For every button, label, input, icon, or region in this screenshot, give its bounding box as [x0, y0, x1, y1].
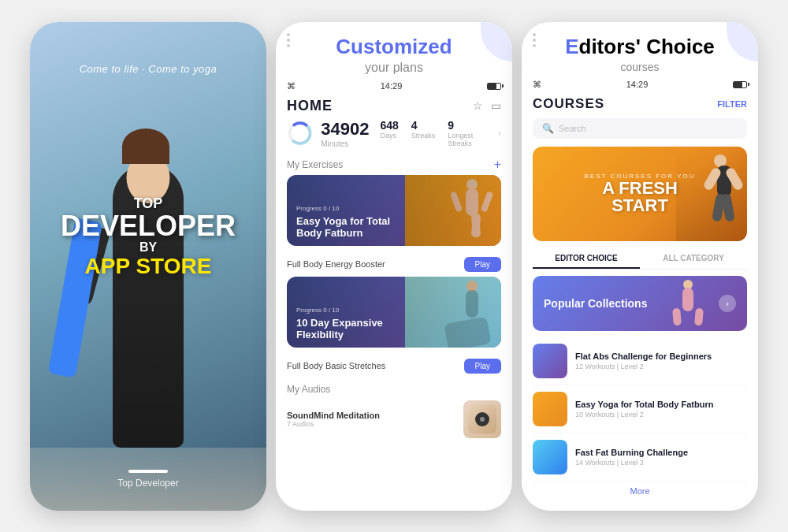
phone2-dots	[287, 33, 290, 47]
badge-appstore: APP STORE	[46, 255, 251, 279]
battery-fill	[734, 82, 742, 87]
course-info-3: Fast Fat Burning Challenge 14 Workouts |…	[575, 448, 688, 467]
course-name-2: Easy Yoga for Total Body Fatburn	[575, 400, 713, 409]
dot1	[533, 33, 536, 36]
phone3-status-bar: ⌘ 14:29	[522, 73, 758, 93]
minutes-number: 34902	[321, 119, 369, 140]
exercise-card-1-overlay: Progress 0 / 10 Easy Yoga for Total Body…	[287, 175, 501, 246]
popular-arrow-icon[interactable]: ›	[719, 295, 736, 312]
my-exercises-label: My Exercises	[287, 159, 343, 170]
audio-row: SoundMind Meditation 7 Audios	[287, 396, 501, 438]
audio-section: My Audios SoundMind Meditation 7 Audios	[276, 378, 512, 441]
editors-choice-rest: ditors' Choice	[579, 35, 715, 58]
wifi-icon: ⌘	[533, 80, 541, 90]
dot2	[533, 39, 536, 42]
status-left-icons: ⌘	[533, 80, 541, 90]
popular-collections-banner[interactable]: Popular Collections ›	[533, 276, 747, 331]
course-meta-2: 10 Workouts | Level 2	[575, 411, 713, 419]
exercise-row-2: Full Body Basic Stretches Play	[276, 354, 512, 378]
search-icon: 🔍	[542, 123, 554, 134]
stat-days: 648 Days	[380, 119, 398, 147]
search-bar[interactable]: 🔍 Search	[533, 118, 747, 139]
course-item-1[interactable]: Flat Abs Challenge for Beginners 12 Work…	[533, 337, 747, 385]
course-name-1: Flat Abs Challenge for Beginners	[575, 352, 712, 361]
exercise-card-1[interactable]: Progress 0 / 10 Easy Yoga for Total Body…	[287, 175, 501, 246]
minutes-display: 34902 Minutes	[321, 119, 369, 148]
stat-streaks-lbl: Streaks	[411, 132, 436, 140]
exercise-1-title: Easy Yoga for Total Body Fatburn	[296, 215, 414, 240]
stat-streaks: 4 Streaks	[411, 119, 436, 147]
status-left-icons: ⌘	[287, 81, 296, 91]
course-thumb-1	[533, 344, 567, 378]
hero-big-line1: A FRESH	[584, 180, 695, 197]
exercise-card-2[interactable]: Progress 0 / 10 10 Day Expansive Flexibi…	[287, 277, 501, 348]
course-thumb-2	[533, 392, 567, 426]
home-icons: ☆ ▭	[473, 99, 501, 112]
star-icon[interactable]: ☆	[473, 99, 483, 112]
phone1-home-bar	[128, 470, 168, 473]
course-item-3[interactable]: Fast Fat Burning Challenge 14 Workouts |…	[533, 433, 747, 482]
audio-count: 7 Audios	[287, 420, 380, 428]
phone3-subtitle: courses	[620, 61, 659, 73]
stats-row: 34902 Minutes 648 Days 4 Streaks 9 Longe…	[287, 119, 501, 148]
search-placeholder: Search	[559, 124, 738, 133]
stats-details: 648 Days 4 Streaks 9 Longest Streaks	[380, 119, 490, 147]
my-audios-label: My Audios	[287, 384, 330, 395]
home-label: HOME	[287, 98, 333, 114]
play-button-1[interactable]: Play	[464, 257, 501, 272]
status-right-icons	[487, 83, 501, 90]
phone1-developer-label: Top Developer	[117, 478, 178, 489]
hero-banner: BEST COURSES FOR YOU A FRESH START	[533, 147, 747, 241]
tablet-icon[interactable]: ▭	[491, 99, 501, 112]
tab-all-category[interactable]: ALL CATEGORY	[640, 249, 747, 269]
phone3-header: Editors' Choice courses	[522, 22, 758, 73]
courses-title: COURSES	[533, 96, 604, 112]
exercises-header: My Exercises +	[276, 151, 512, 175]
courses-header-row: COURSES FILTER	[522, 93, 758, 115]
pie-chart	[287, 119, 313, 147]
course-info-2: Easy Yoga for Total Body Fatburn 10 Work…	[575, 400, 713, 419]
phone3-dots	[533, 33, 536, 47]
course-info-1: Flat Abs Challenge for Beginners 12 Work…	[575, 352, 712, 370]
home-section: HOME ☆ ▭ 34902 Minutes 648	[276, 95, 512, 151]
stat-streaks-val: 4	[411, 119, 436, 132]
exercise-2-title: 10 Day Expansive Flexibility	[296, 317, 414, 341]
exercise-row-1: Full Body Energy Booster Play	[276, 252, 512, 277]
course-item-2[interactable]: Easy Yoga for Total Body Fatburn 10 Work…	[533, 385, 747, 433]
add-exercise-button[interactable]: +	[494, 158, 501, 172]
audio-thumbnail[interactable]	[463, 400, 501, 438]
filter-button[interactable]: FILTER	[717, 99, 747, 109]
stat-longest-lbl: Longest Streaks	[448, 132, 490, 147]
tab-editor-choice[interactable]: EDITOR CHOICE	[533, 249, 640, 269]
phone2-header: Customized your plans	[276, 22, 512, 75]
home-row: HOME ☆ ▭	[287, 98, 501, 114]
exercise-1-progress: Progress 0 / 10	[296, 205, 492, 212]
badge-by: BY	[46, 240, 251, 255]
top-title-first-letter: C	[336, 35, 351, 58]
course-name-3: Fast Fat Burning Challenge	[575, 448, 688, 457]
stat-days-lbl: Days	[380, 132, 398, 140]
course-meta-3: 14 Workouts | Level 3	[575, 459, 688, 467]
dot1	[287, 33, 290, 36]
popular-title: Popular Collections	[544, 297, 647, 310]
stat-longest-val: 9	[448, 119, 490, 132]
play-button-2[interactable]: Play	[464, 359, 501, 374]
hero-banner-text: BEST COURSES FOR YOU A FRESH START	[584, 173, 695, 214]
course-list: Flat Abs Challenge for Beginners 12 Work…	[522, 337, 758, 482]
tabs-row: EDITOR CHOICE ALL CATEGORY	[533, 249, 747, 270]
minutes-label: Minutes	[321, 140, 369, 148]
course-thumb-3	[533, 440, 567, 474]
status-time: 14:29	[381, 81, 403, 91]
stat-days-val: 648	[380, 119, 398, 132]
battery-fill	[488, 84, 496, 89]
exercise-1-sub: Full Body Energy Booster	[287, 259, 385, 269]
audio-name: SoundMind Meditation	[287, 411, 380, 420]
phone2-subtitle: your plans	[365, 61, 423, 75]
phone1-badge-overlay: TOP DEVELOPER BY APP STORE	[46, 195, 251, 279]
battery-icon	[487, 83, 501, 90]
more-button[interactable]: More	[522, 482, 758, 500]
dot3	[287, 44, 290, 47]
dot3	[533, 44, 536, 47]
exercise-2-progress: Progress 0 / 10	[296, 307, 492, 314]
exercise-card-2-overlay: Progress 0 / 10 10 Day Expansive Flexibi…	[287, 277, 501, 348]
